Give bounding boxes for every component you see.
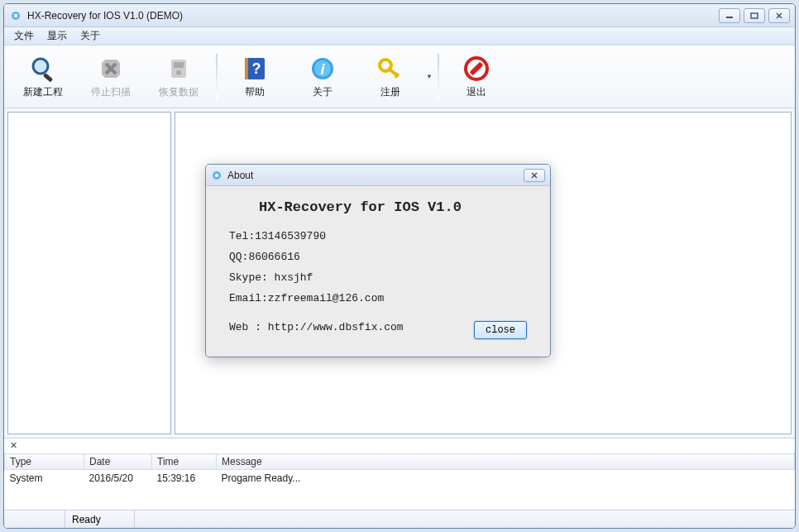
menu-bar: 文件 显示 关于 xyxy=(4,27,795,46)
register-button[interactable]: 注册 xyxy=(356,49,424,105)
log-header-time[interactable]: Time xyxy=(152,454,217,470)
about-button[interactable]: i 关于 xyxy=(289,49,356,105)
svg-rect-14 xyxy=(245,58,248,79)
status-cell-empty xyxy=(4,510,65,528)
status-bar: Ready xyxy=(4,510,795,528)
menu-about[interactable]: 关于 xyxy=(74,27,107,45)
menu-view[interactable]: 显示 xyxy=(41,27,74,45)
stop-icon xyxy=(96,54,126,84)
register-label: 注册 xyxy=(380,85,400,99)
about-dialog: About HX-Recovery for IOS V1.0 Tel:13146… xyxy=(205,164,551,357)
dialog-close-button[interactable] xyxy=(524,169,545,182)
log-header-date[interactable]: Date xyxy=(84,454,152,470)
tree-panel[interactable] xyxy=(7,112,171,434)
svg-point-1 xyxy=(14,13,17,17)
dialog-skype: Skype: hxsjhf xyxy=(229,271,527,284)
close-button[interactable] xyxy=(768,8,790,23)
log-row[interactable]: System 2016/5/20 15:39:16 Progame Ready.… xyxy=(5,470,795,487)
toolbar: 新建工程 停止扫描 恢复数据 ? 帮助 i 关于 xyxy=(4,46,795,108)
recover-button[interactable]: 恢复数据 xyxy=(145,49,213,105)
svg-rect-11 xyxy=(174,62,184,68)
menu-file[interactable]: 文件 xyxy=(7,27,41,45)
svg-point-6 xyxy=(33,59,48,74)
log-cell-time: 15:39:16 xyxy=(152,470,217,487)
key-icon xyxy=(376,54,405,84)
stop-scan-label: 停止扫描 xyxy=(91,85,131,99)
dialog-title: About xyxy=(227,170,524,181)
help-icon: ? xyxy=(240,54,270,84)
eye-icon xyxy=(211,170,222,181)
log-header-message[interactable]: Message xyxy=(217,454,795,470)
maximize-button[interactable] xyxy=(744,8,765,23)
log-header-type[interactable]: Type xyxy=(5,454,84,470)
log-cell-date: 2016/5/20 xyxy=(84,470,152,487)
log-panel: ✕ Type Date Time Message System 2016/5/2… xyxy=(4,438,795,510)
about-label: 关于 xyxy=(313,85,333,99)
register-dropdown[interactable]: ▼ xyxy=(424,52,434,102)
log-close-button[interactable]: ✕ xyxy=(7,440,19,452)
exit-button[interactable]: 退出 xyxy=(443,49,510,105)
toolbar-separator-2 xyxy=(438,54,439,100)
new-project-label: 新建工程 xyxy=(23,85,63,99)
svg-point-12 xyxy=(176,70,181,75)
help-button[interactable]: ? 帮助 xyxy=(221,49,289,105)
dialog-web: Web : http://www.dbsfix.com xyxy=(229,321,404,333)
dialog-tel: Tel:13146539790 xyxy=(229,230,527,242)
log-cell-message: Progame Ready... xyxy=(217,470,795,487)
svg-point-25 xyxy=(215,173,218,176)
magnifier-icon xyxy=(28,54,58,84)
title-bar: HX-Recovery for IOS V1.0 (DEMO) xyxy=(4,4,795,27)
exit-label: 退出 xyxy=(466,85,486,99)
stop-scan-button[interactable]: 停止扫描 xyxy=(77,49,145,105)
minimize-button[interactable] xyxy=(719,8,740,23)
dialog-body: HX-Recovery for IOS V1.0 Tel:13146539790… xyxy=(206,186,550,357)
dialog-qq: QQ:86066616 xyxy=(229,251,527,263)
log-cell-type: System xyxy=(5,470,84,487)
svg-rect-3 xyxy=(751,13,758,18)
toolbar-separator xyxy=(216,54,218,100)
new-project-button[interactable]: 新建工程 xyxy=(9,49,77,105)
dialog-heading: HX-Recovery for IOS V1.0 xyxy=(259,199,527,215)
log-table: Type Date Time Message System 2016/5/20 … xyxy=(4,453,795,510)
svg-rect-7 xyxy=(43,73,53,83)
dialog-email: Email:zzfreemail@126.com xyxy=(229,292,527,304)
status-ready: Ready xyxy=(65,510,135,528)
dialog-title-bar[interactable]: About xyxy=(206,165,550,186)
exit-icon xyxy=(462,54,491,84)
recover-label: 恢复数据 xyxy=(159,85,199,99)
svg-text:?: ? xyxy=(252,60,261,77)
dialog-close-ok-button[interactable]: close xyxy=(474,321,527,339)
app-icon xyxy=(9,9,22,22)
svg-rect-2 xyxy=(726,17,733,18)
window-controls xyxy=(719,8,790,23)
info-icon: i xyxy=(308,54,337,84)
help-label: 帮助 xyxy=(245,85,265,99)
recover-icon xyxy=(164,54,194,84)
window-title: HX-Recovery for IOS V1.0 (DEMO) xyxy=(27,10,719,22)
